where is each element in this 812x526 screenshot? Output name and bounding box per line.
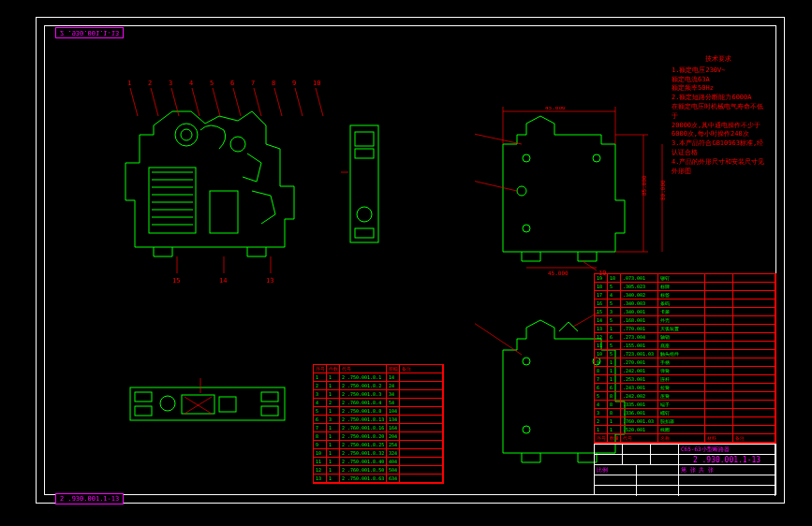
svg-text:8: 8 bbox=[272, 80, 275, 87]
side-view: 11 bbox=[341, 121, 388, 252]
svg-rect-12 bbox=[210, 191, 238, 233]
svg-line-13 bbox=[130, 88, 138, 116]
svg-point-49 bbox=[517, 186, 526, 196]
svg-line-62 bbox=[475, 130, 522, 144]
technical-notes: 技术要求 1.额定电压230V~ 额定电流63A 额定频率50Hz2.额定短路分… bbox=[672, 55, 765, 176]
title-block: C65-63小型断路器 2 .930.001.1-13 比例 第 张 共 张 bbox=[594, 444, 776, 495]
svg-line-27 bbox=[274, 88, 282, 116]
svg-line-23 bbox=[233, 88, 241, 116]
svg-line-66 bbox=[583, 261, 597, 270]
svg-rect-83 bbox=[261, 392, 278, 402]
svg-text:15: 15 bbox=[172, 277, 180, 285]
svg-text:2: 2 bbox=[148, 80, 152, 87]
svg-text:10: 10 bbox=[313, 80, 320, 87]
svg-line-17 bbox=[171, 88, 179, 116]
callout-leaders-top: 12345678910 bbox=[107, 74, 350, 121]
notes-header: 技术要求 bbox=[672, 55, 765, 65]
bottom-left-view: 8 bbox=[125, 378, 294, 434]
svg-text:9: 9 bbox=[292, 80, 296, 87]
center-parts-table: 序号件数代号图幅备注 112 .750.001.8.114212 .750.00… bbox=[313, 364, 444, 484]
svg-rect-0 bbox=[149, 168, 196, 233]
svg-text:45.000: 45.000 bbox=[545, 107, 566, 110]
svg-line-19 bbox=[192, 88, 199, 116]
svg-rect-77 bbox=[135, 406, 152, 416]
svg-point-10 bbox=[181, 129, 192, 140]
svg-rect-43 bbox=[355, 228, 374, 238]
svg-line-25 bbox=[254, 88, 261, 116]
product-name: C65-63小型断路器 bbox=[679, 445, 775, 454]
svg-rect-84 bbox=[261, 406, 278, 416]
svg-text:6: 6 bbox=[230, 80, 234, 87]
svg-point-47 bbox=[593, 154, 600, 162]
svg-text:5: 5 bbox=[210, 80, 214, 87]
svg-rect-40 bbox=[355, 132, 374, 146]
parts-list-table: 1918.073.001铆钉185.305.023标牌174.340.002标签… bbox=[594, 273, 776, 444]
svg-line-29 bbox=[295, 88, 303, 116]
svg-text:80.000: 80.000 bbox=[659, 180, 666, 200]
svg-point-46 bbox=[523, 154, 530, 162]
svg-point-9 bbox=[175, 124, 198, 146]
main-section-view bbox=[116, 97, 313, 266]
svg-line-64 bbox=[475, 177, 517, 191]
svg-point-48 bbox=[523, 225, 530, 232]
cad-outer-frame: 2 .930.001.1-13 2 .930.001.1-13 bbox=[36, 17, 785, 504]
svg-text:13: 13 bbox=[266, 277, 273, 285]
svg-point-11 bbox=[230, 137, 245, 152]
svg-rect-82 bbox=[219, 397, 236, 412]
drawing-number: 2 .930.001.1-13 bbox=[679, 455, 775, 464]
svg-line-71 bbox=[475, 317, 522, 355]
svg-line-21 bbox=[213, 88, 220, 116]
corner-tag-bottom: 2 .930.001.1-13 bbox=[55, 493, 124, 504]
svg-point-78 bbox=[160, 396, 175, 411]
svg-point-42 bbox=[357, 207, 372, 222]
svg-text:85.000: 85.000 bbox=[641, 175, 647, 196]
svg-text:1: 1 bbox=[127, 80, 131, 87]
svg-point-70 bbox=[523, 426, 530, 433]
svg-text:14: 14 bbox=[219, 277, 227, 285]
corner-tag-top: 2 .930.001.1-13 bbox=[55, 27, 124, 38]
svg-text:3: 3 bbox=[169, 80, 172, 87]
svg-text:45.000: 45.000 bbox=[548, 270, 568, 275]
svg-rect-41 bbox=[355, 149, 374, 158]
svg-rect-76 bbox=[135, 392, 152, 402]
callout-leaders-bottom: 151413 bbox=[158, 256, 327, 285]
svg-text:7: 7 bbox=[251, 80, 255, 87]
svg-line-31 bbox=[316, 88, 323, 116]
svg-line-15 bbox=[151, 88, 158, 116]
svg-text:4: 4 bbox=[189, 80, 193, 87]
svg-point-68 bbox=[523, 358, 530, 365]
